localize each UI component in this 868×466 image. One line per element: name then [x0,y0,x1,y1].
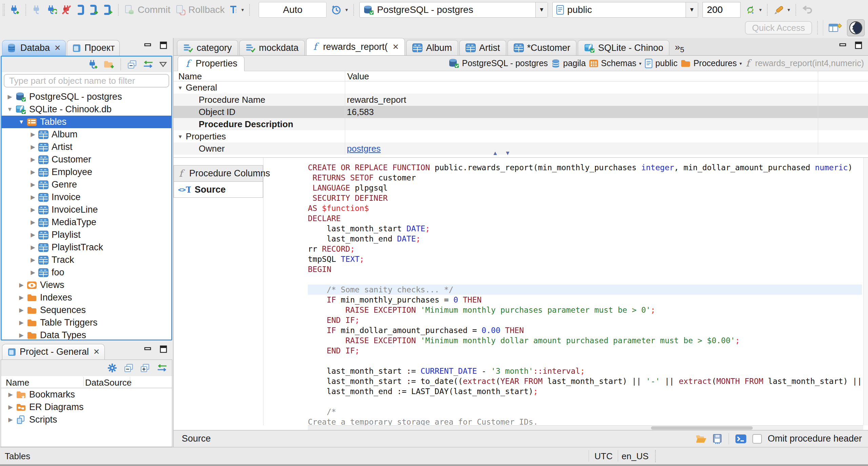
expand-all-icon[interactable] [140,363,150,373]
chevron-right-icon[interactable]: ▶ [17,332,26,339]
editor-tab-album[interactable]: Album [406,40,458,55]
subtab-source[interactable]: <>TSource [174,181,263,198]
breadcrumb-pagila[interactable]: pagila [551,58,586,68]
tree-item-sqlite-chinook-db[interactable]: ▼SQLite - Chinook.db [2,103,171,116]
collapse-up-icon[interactable]: ▲ [492,150,498,157]
chevron-down-icon[interactable]: ▼ [178,134,183,139]
tree-item-foo[interactable]: ▶foo [2,266,171,279]
minimize-icon[interactable] [144,42,153,49]
tree-item-genre[interactable]: ▶Genre [2,178,171,191]
chevron-down-icon[interactable]: ▾ [739,61,742,66]
close-tab-icon[interactable]: ✕ [54,43,61,53]
dropdown-arrow-icon[interactable]: ▾ [787,7,790,13]
refresh-button[interactable]: ▾ [745,4,762,15]
chevron-right-icon[interactable]: ▶ [17,319,26,326]
chevron-right-icon[interactable]: ▶ [28,181,38,188]
tree-item-employee[interactable]: ▶Employee [2,166,171,178]
tab-project-general[interactable]: Project - General ✕ [2,344,105,360]
chevron-right-icon[interactable]: ▶ [28,143,38,151]
chevron-right-icon[interactable]: ▶ [6,404,15,411]
editor-tab-category[interactable]: category [177,40,238,55]
combo-dropdown-button[interactable]: ▼ [535,2,548,17]
column-divider[interactable] [345,71,345,155]
link-with-editor-icon[interactable] [156,364,168,372]
column-divider[interactable] [83,377,84,386]
chevron-right-icon[interactable]: ▶ [17,294,26,301]
view-menu-icon[interactable] [159,61,167,67]
editor-tab-mockdata[interactable]: mockdata [239,40,305,55]
dropdown-arrow-icon[interactable]: ▾ [241,7,244,13]
dbeaver-perspective-button[interactable] [847,19,865,36]
quick-access-input[interactable]: Quick Access [745,21,812,35]
tree-item-playlist[interactable]: ▶Playlist [2,229,171,241]
dropdown-arrow-icon[interactable]: ▾ [759,7,762,13]
disconnect-icon[interactable] [61,4,72,15]
tab-overflow-indicator[interactable]: »5 [675,42,684,55]
collapse-down-icon[interactable]: ▼ [505,150,511,157]
tree-item-tables[interactable]: ▼Tables [2,116,171,128]
open-console-icon[interactable] [735,434,747,444]
chevron-right-icon[interactable]: ▶ [28,169,38,176]
reconnect-icon[interactable] [46,4,57,15]
breadcrumb-rewards-report-int4-numeric[interactable]: frewards_report(int4,numeric) [745,58,864,69]
new-connection-icon[interactable] [87,59,98,70]
editor-tab-customer[interactable]: *Customer [508,40,577,55]
chevron-right-icon[interactable]: ▶ [28,269,38,276]
tree-item-scripts[interactable]: ▶Scripts [1,413,172,426]
chevron-down-icon[interactable]: ▾ [639,61,642,66]
minimize-icon[interactable] [144,346,153,353]
collapse-all-icon[interactable] [124,363,134,373]
transaction-log-button[interactable]: ▾ [229,4,244,15]
vertical-scrollbar[interactable] [863,158,868,425]
breadcrumb-public[interactable]: public [645,58,677,68]
save-to-file-icon[interactable] [713,434,723,444]
new-sql-editor-icon[interactable] [103,4,113,15]
editor-tab-rewards-report[interactable]: frewards_report(✕ [306,38,405,55]
tree-item-table-triggers[interactable]: ▶Table Triggers [2,316,171,329]
open-perspective-icon[interactable] [828,22,842,33]
grid-row-owner[interactable]: Ownerpostgres [174,142,868,155]
chevron-right-icon[interactable]: ▶ [5,93,15,100]
object-filter-input[interactable] [4,74,169,88]
chevron-down-icon[interactable]: ▼ [178,85,183,91]
tx-mode-combo[interactable]: Auto [259,2,327,18]
chevron-right-icon[interactable]: ▶ [28,206,38,213]
tree-item-views[interactable]: ▶Views [2,279,171,291]
connect-icon[interactable] [32,4,42,15]
new-connection-icon[interactable] [9,4,20,15]
chevron-right-icon[interactable]: ▶ [6,416,15,423]
scrollbar-thumb[interactable] [651,426,753,430]
chevron-right-icon[interactable]: ▶ [17,307,26,314]
chevron-right-icon[interactable]: ▶ [28,256,38,264]
grid-row-properties[interactable]: ▼Properties [174,130,868,142]
toolbar-drag-handle[interactable] [3,4,5,16]
column-value[interactable]: Value [347,71,369,82]
open-sql-console-icon[interactable] [89,4,99,15]
tree-item-track[interactable]: ▶Track [2,254,171,266]
tree-item-album[interactable]: ▶Album [2,128,171,141]
chevron-down-icon[interactable]: ▼ [5,106,15,113]
close-tab-icon[interactable]: ✕ [392,42,399,52]
grid-row-procedure-name[interactable]: Procedure Namerewards_report [174,94,868,106]
chevron-right-icon[interactable]: ▶ [28,131,38,138]
tab-properties[interactable]: f Properties [178,56,244,71]
minimize-icon[interactable] [839,42,848,49]
tree-item-sequences[interactable]: ▶Sequences [2,304,171,316]
editor-tab-sqlite-chinoo[interactable]: SQLite - Chinoo [578,40,669,55]
tab-проект[interactable]: Проект [67,40,120,56]
chevron-right-icon[interactable]: ▶ [28,156,38,163]
chevron-right-icon[interactable]: ▶ [17,281,26,289]
breadcrumb-postgresql-postgres[interactable]: PostgreSQL - postgres [448,58,548,68]
status-timezone[interactable]: UTC [591,451,616,462]
grid-row-general[interactable]: ▼General [174,81,868,94]
sql-editor-icon[interactable] [76,4,85,15]
grid-row-procedure-description[interactable]: Procedure Description [174,118,868,130]
maximize-icon[interactable] [159,345,168,353]
editor-tab-artist[interactable]: Artist [459,40,506,55]
new-folder-icon[interactable] [103,60,114,69]
omit-procedure-header-checkbox[interactable] [752,434,762,444]
schema-combo[interactable]: public ▼ [552,2,698,18]
tree-item-artist[interactable]: ▶Artist [2,141,171,153]
chevron-right-icon[interactable]: ▶ [6,391,15,398]
column-name[interactable]: Name [6,377,29,388]
